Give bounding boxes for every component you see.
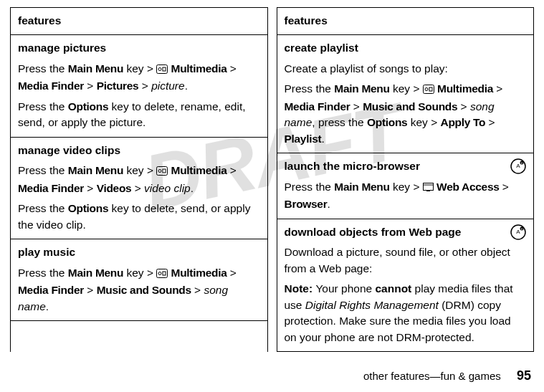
text: . xyxy=(321,133,324,145)
cell-launch-browser: A+ launch the micro-browser Press the Ma… xyxy=(277,153,534,219)
cell-paragraph: Press the Options key to delete, rename,… xyxy=(18,99,260,131)
cell-paragraph: Press the Options key to delete, send, o… xyxy=(18,201,260,233)
section-title: other features—fun & games xyxy=(363,370,501,382)
apply-to-label: Apply To xyxy=(441,116,486,128)
multimedia-icon xyxy=(156,164,168,180)
options-label: Options xyxy=(68,202,108,214)
text: Press the xyxy=(18,267,68,279)
cell-paragraph: Create a playlist of songs to play: xyxy=(285,61,527,77)
cell-paragraph: Download a picture, sound file, or other… xyxy=(285,244,527,277)
web-access-icon xyxy=(423,181,434,196)
cell-paragraph: Press the Main Menu key > Web Access > B… xyxy=(285,179,527,213)
text: Press the xyxy=(285,181,335,193)
page-footer: other features—fun & games 95 xyxy=(363,368,531,383)
network-badge-icon: A+ xyxy=(510,158,526,178)
svg-point-7 xyxy=(158,272,161,274)
content-columns: features manage pictures Press the Main … xyxy=(10,7,534,352)
text: > xyxy=(350,100,363,113)
browser-label: Browser xyxy=(285,198,328,210)
text: > xyxy=(227,164,237,176)
text: > xyxy=(84,284,97,296)
drm-label: Digital Rights Management xyxy=(305,299,439,311)
left-column: features manage pictures Press the Main … xyxy=(10,7,268,352)
text: > xyxy=(227,267,237,279)
cell-title: manage video clips xyxy=(18,143,260,158)
main-menu-label: Main Menu xyxy=(68,267,123,279)
cell-download-objects: A+ download objects from Web page Downlo… xyxy=(277,219,534,352)
svg-text:+: + xyxy=(521,226,523,231)
cell-create-playlist: create playlist Create a playlist of son… xyxy=(277,35,534,153)
cell-title: download objects from Web page xyxy=(285,224,527,240)
svg-point-1 xyxy=(158,67,161,70)
text: Press the xyxy=(18,164,68,176)
main-menu-label: Main Menu xyxy=(68,62,123,75)
pictures-label: Pictures xyxy=(97,80,139,92)
svg-rect-16 xyxy=(423,183,433,190)
text: key > xyxy=(123,62,156,75)
text: Press the xyxy=(285,82,335,95)
text: > xyxy=(227,62,237,75)
text: > xyxy=(84,182,97,194)
right-column: features create playlist Create a playli… xyxy=(277,7,535,352)
media-finder-label: Media Finder xyxy=(18,80,84,92)
text: > xyxy=(191,284,204,296)
options-label: Options xyxy=(367,116,407,128)
svg-text:A: A xyxy=(516,163,520,169)
svg-point-10 xyxy=(425,88,428,91)
text: key > xyxy=(123,164,156,176)
svg-point-4 xyxy=(158,170,161,173)
cell-title: create playlist xyxy=(285,40,527,56)
text: > xyxy=(493,82,502,95)
text: . xyxy=(46,300,49,312)
cell-paragraph: Press the Main Menu key > Multimedia > M… xyxy=(285,81,527,147)
multimedia-label: Multimedia xyxy=(171,267,227,279)
page-number: 95 xyxy=(517,368,531,383)
svg-rect-5 xyxy=(163,169,166,173)
multimedia-label: Multimedia xyxy=(171,164,227,176)
text: . xyxy=(185,80,188,92)
cell-manage-pictures: manage pictures Press the Main Menu key … xyxy=(11,35,267,137)
main-menu-label: Main Menu xyxy=(68,164,123,176)
text: > xyxy=(138,80,151,92)
music-sounds-label: Music and Sounds xyxy=(97,284,191,296)
main-menu-label: Main Menu xyxy=(334,181,389,193)
cell-manage-video: manage video clips Press the Main Menu k… xyxy=(11,138,267,239)
text: > xyxy=(84,80,97,92)
text: . xyxy=(327,198,330,210)
text: > xyxy=(485,116,495,128)
network-badge-icon: A+ xyxy=(510,224,526,244)
text: Press the xyxy=(18,202,68,214)
cell-title: launch the micro-browser xyxy=(285,158,527,174)
cell-title: manage pictures xyxy=(18,40,260,56)
right-header: features xyxy=(277,8,534,35)
text: > xyxy=(500,181,509,193)
media-finder-label: Media Finder xyxy=(285,100,350,113)
cell-paragraph: Press the Main Menu key > Multimedia > M… xyxy=(18,61,260,95)
text: Your phone xyxy=(315,282,375,295)
music-sounds-label: Music and Sounds xyxy=(363,100,457,113)
multimedia-icon xyxy=(423,82,434,98)
text: , press the xyxy=(312,116,367,128)
svg-rect-2 xyxy=(163,67,166,71)
cell-play-music: play music Press the Main Menu key > Mul… xyxy=(11,239,267,321)
text: > xyxy=(131,182,144,194)
cell-paragraph: Note: Your phone cannot play media files… xyxy=(285,281,527,345)
main-menu-label: Main Menu xyxy=(334,82,389,95)
multimedia-icon xyxy=(156,62,168,78)
video-placeholder: video clip xyxy=(144,182,191,194)
web-access-label: Web Access xyxy=(436,181,499,193)
text: key > xyxy=(123,267,156,279)
text: Press the xyxy=(18,100,68,113)
multimedia-label: Multimedia xyxy=(171,62,227,75)
cannot-label: cannot xyxy=(375,282,411,295)
cell-title: play music xyxy=(18,244,260,260)
note-label: Note: xyxy=(285,282,316,295)
text: key > xyxy=(390,181,423,193)
svg-rect-8 xyxy=(163,272,166,275)
text: key > xyxy=(407,116,440,128)
text: Press the xyxy=(18,62,68,75)
svg-text:A: A xyxy=(516,229,520,235)
multimedia-label: Multimedia xyxy=(437,82,493,95)
text: key > xyxy=(390,82,423,95)
svg-rect-11 xyxy=(429,87,432,91)
